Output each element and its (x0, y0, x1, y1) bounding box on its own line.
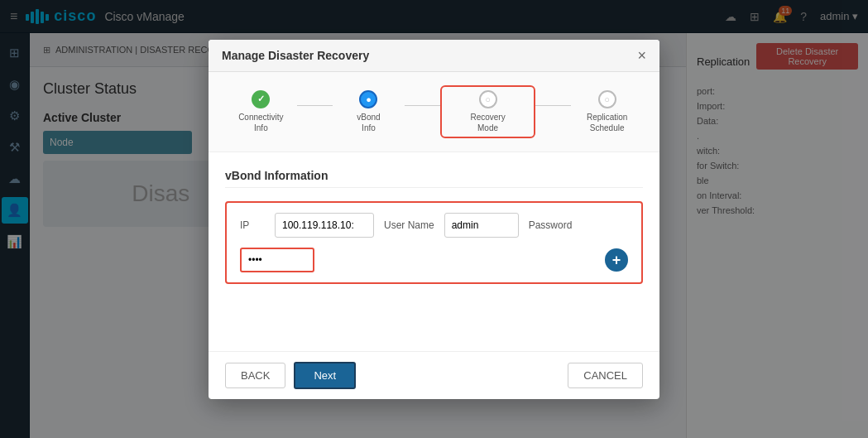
back-button[interactable]: BACK (225, 363, 285, 388)
modal-header: Manage Disaster Recovery × (209, 40, 659, 72)
step-vbond[interactable]: ● vBondInfo (333, 90, 405, 133)
form-row: IP User Name Password + (240, 213, 628, 272)
modal-footer: BACK Next CANCEL (209, 351, 659, 399)
password-input[interactable] (240, 248, 314, 272)
modal-overlay[interactable]: Manage Disaster Recovery × ✓ Connectivit… (0, 0, 868, 438)
step-connectivity-label: ConnectivityInfo (238, 112, 283, 133)
step-vbond-circle: ● (359, 90, 377, 108)
step-recovery-label: RecoveryMode (470, 112, 505, 133)
step-connectivity-circle: ✓ (252, 90, 270, 108)
modal-close-button[interactable]: × (637, 48, 646, 63)
wizard-steps: ✓ ConnectivityInfo ● vBondInfo ○ Recover… (209, 72, 659, 152)
step-connector-3 (535, 105, 571, 106)
username-label: User Name (384, 219, 434, 231)
vbond-section-title: vBond Information (225, 169, 643, 188)
vbond-form: IP User Name Password + (225, 201, 643, 284)
password-label: Password (529, 219, 573, 231)
step-connector-1 (297, 105, 333, 106)
step-recovery-circle: ○ (479, 90, 497, 108)
cancel-button[interactable]: CANCEL (568, 363, 643, 388)
step-connector-2 (405, 105, 440, 106)
step-replication-label: ReplicationSchedule (587, 112, 627, 133)
step-connectivity[interactable]: ✓ ConnectivityInfo (225, 90, 297, 133)
step-vbond-label: vBondInfo (357, 112, 380, 133)
add-vbond-button[interactable]: + (605, 248, 628, 272)
step-recovery[interactable]: ○ RecoveryMode (440, 85, 535, 138)
next-button[interactable]: Next (294, 362, 356, 389)
ip-input[interactable] (275, 213, 374, 238)
manage-disaster-recovery-modal: Manage Disaster Recovery × ✓ Connectivit… (209, 40, 659, 399)
modal-title: Manage Disaster Recovery (222, 49, 369, 62)
modal-body: vBond Information IP User Name Password … (209, 152, 659, 351)
step-replication-circle: ○ (598, 90, 616, 108)
username-input[interactable] (444, 213, 519, 238)
ip-label: IP (240, 219, 265, 231)
step-replication[interactable]: ○ ReplicationSchedule (571, 90, 643, 133)
